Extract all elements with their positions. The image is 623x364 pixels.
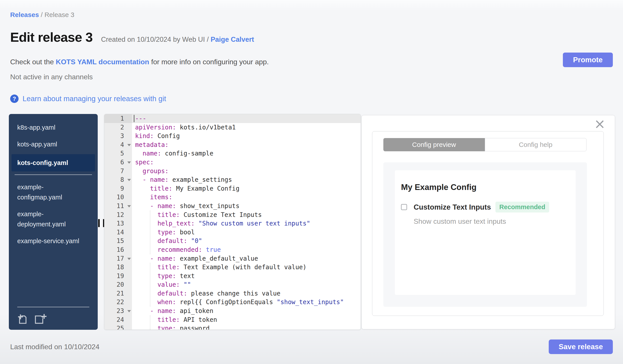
config-preview-panel: × Config preview Config help My Example … <box>361 115 615 329</box>
code-line-21[interactable]: 21 default: please change this value <box>104 289 361 298</box>
line-number: 15 <box>116 237 124 244</box>
last-modified-text: Last modified on 10/10/2024 <box>10 343 99 351</box>
line-number: 4 <box>120 141 124 148</box>
page-title: Edit release 3 <box>10 30 93 45</box>
kots-yaml-doc-link[interactable]: KOTS YAML documentation <box>56 58 149 66</box>
fold-caret-icon[interactable] <box>127 179 131 181</box>
new-file-icon[interactable] <box>34 314 47 325</box>
line-number: 7 <box>120 167 124 175</box>
fold-caret-icon[interactable] <box>127 310 131 312</box>
code-lines: 1---2apiVersion: kots.io/v1beta13kind: C… <box>104 114 361 330</box>
sidebar-footer <box>17 307 89 330</box>
line-number: 6 <box>120 159 124 166</box>
code-line-2[interactable]: 2apiVersion: kots.io/v1beta1 <box>104 123 361 132</box>
breadcrumb-releases-link[interactable]: Releases <box>10 11 39 18</box>
line-number: 23 <box>116 307 124 315</box>
author-link[interactable]: Paige Calvert <box>211 36 254 43</box>
yaml-editor[interactable]: 1---2apiVersion: kots.io/v1beta13kind: C… <box>104 114 361 330</box>
preview-inner-box: Config preview Config help My Example Co… <box>372 131 604 316</box>
preview-content-area: My Example Config Customize Text Inputs … <box>383 162 587 307</box>
line-number: 14 <box>116 229 124 236</box>
line-number: 22 <box>116 298 124 306</box>
code-line-11[interactable]: 11 - name: show_text_inputs <box>104 202 361 210</box>
line-number: 9 <box>120 185 124 192</box>
line-number: 19 <box>116 272 124 280</box>
line-number: 24 <box>116 316 124 323</box>
fold-caret-icon[interactable] <box>127 162 131 164</box>
line-number: 8 <box>120 176 124 183</box>
line-number: 13 <box>116 220 124 227</box>
code-line-9[interactable]: 9 title: My Example Config <box>104 184 361 193</box>
code-line-13[interactable]: 13 help_text: "Show custom user text inp… <box>104 219 361 228</box>
config-card: My Example Config Customize Text Inputs … <box>395 170 576 295</box>
code-line-22[interactable]: 22 when: repl{{ ConfigOptionEquals "show… <box>104 298 361 306</box>
line-number: 2 <box>120 124 124 131</box>
code-line-3[interactable]: 3kind: Config <box>104 132 361 141</box>
tab-config-help[interactable]: Config help <box>485 138 587 151</box>
sidebar-file-kots-config-yaml[interactable]: kots-config.yaml <box>12 154 95 171</box>
line-number: 20 <box>116 281 124 288</box>
question-circle-icon: ? <box>10 95 19 103</box>
config-item-label[interactable]: Customize Text Inputs <box>414 203 491 211</box>
code-line-7[interactable]: 7 groups: <box>104 167 361 176</box>
text-cursor <box>134 115 134 122</box>
preview-tabs: Config preview Config help <box>383 138 586 151</box>
code-line-25[interactable]: 25 type: password <box>104 324 361 330</box>
code-line-15[interactable]: 15 default: "0" <box>104 237 361 245</box>
promote-button[interactable]: Promote <box>563 53 613 67</box>
customize-text-inputs-checkbox[interactable] <box>401 204 407 210</box>
file-list: k8s-app.yamlkots-app.yamlkots-config.yam… <box>9 114 98 248</box>
doc-info-line: Check out the KOTS YAML documentation fo… <box>10 58 269 66</box>
config-group-title: My Example Config <box>401 183 569 192</box>
breadcrumb: Releases / Release 3 <box>10 11 74 19</box>
sidebar-editor-resize-handle[interactable] <box>98 219 105 227</box>
code-line-16[interactable]: 16 recommended: true <box>104 245 361 254</box>
sidebar-divider <box>15 175 92 175</box>
created-meta: Created on 10/10/2024 by Web UI / Paige … <box>101 36 254 43</box>
tab-config-preview[interactable]: Config preview <box>383 138 485 151</box>
code-line-17[interactable]: 17 - name: example_default_value <box>104 254 361 263</box>
config-item-row: Customize Text Inputs Recommended <box>401 202 569 212</box>
code-line-1[interactable]: 1--- <box>104 114 361 123</box>
save-release-button[interactable]: Save release <box>549 340 613 354</box>
code-line-5[interactable]: 5 name: config-sample <box>104 149 361 158</box>
fold-caret-icon[interactable] <box>127 144 131 146</box>
sidebar-file-kots-app-yaml[interactable]: kots-app.yaml <box>12 137 95 151</box>
line-number: 3 <box>120 132 124 140</box>
channel-status: Not active in any channels <box>10 73 93 81</box>
code-line-12[interactable]: 12 title: Customize Text Inputs <box>104 210 361 219</box>
indent-guide <box>150 263 150 306</box>
line-number: 5 <box>120 150 124 157</box>
file-sidebar: k8s-app.yamlkots-app.yamlkots-config.yam… <box>9 114 98 330</box>
config-item-help-text: Show custom user text inputs <box>414 217 569 225</box>
line-number: 21 <box>116 290 124 297</box>
git-releases-link[interactable]: Learn about managing your releases with … <box>22 95 166 103</box>
close-icon[interactable]: × <box>594 117 605 131</box>
code-line-20[interactable]: 20 value: "" <box>104 280 361 289</box>
code-line-6[interactable]: 6spec: <box>104 158 361 167</box>
sidebar-file-k8s-app-yaml[interactable]: k8s-app.yaml <box>12 121 95 134</box>
code-line-14[interactable]: 14 type: bool <box>104 228 361 237</box>
line-number: 17 <box>116 255 124 262</box>
title-row: Edit release 3 Created on 10/10/2024 by … <box>10 30 254 45</box>
code-line-4[interactable]: 4metadata: <box>104 141 361 149</box>
add-file-icon[interactable] <box>17 314 28 325</box>
code-line-10[interactable]: 10 items: <box>104 193 361 202</box>
code-line-19[interactable]: 19 type: text <box>104 272 361 281</box>
line-number: 16 <box>116 246 124 253</box>
code-line-24[interactable]: 24 title: API token <box>104 315 361 324</box>
fold-caret-icon[interactable] <box>127 205 131 207</box>
git-help-row: ? Learn about managing your releases wit… <box>10 95 166 103</box>
code-line-23[interactable]: 23 - name: api_token <box>104 306 361 315</box>
breadcrumb-current: Release 3 <box>44 11 74 18</box>
line-number: 12 <box>116 211 124 219</box>
breadcrumb-separator: / <box>41 11 43 18</box>
line-number: 10 <box>116 194 124 201</box>
line-number: 25 <box>116 325 124 330</box>
sidebar-file-example-configmap-yaml[interactable]: example-configmap.yaml <box>12 180 95 204</box>
sidebar-file-example-deployment-yaml[interactable]: example-deployment.yaml <box>12 207 95 231</box>
fold-caret-icon[interactable] <box>127 258 131 260</box>
code-line-18[interactable]: 18 title: Text Example (with default val… <box>104 263 361 272</box>
code-line-8[interactable]: 8 - name: example_settings <box>104 175 361 184</box>
sidebar-file-example-service-yaml[interactable]: example-service.yaml <box>12 234 95 248</box>
